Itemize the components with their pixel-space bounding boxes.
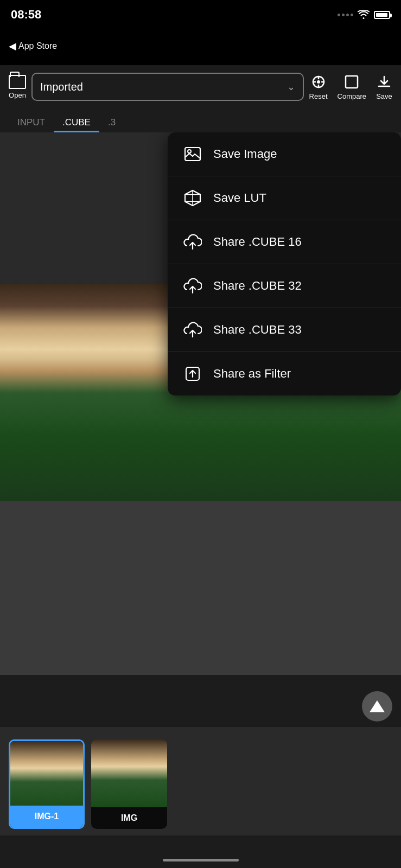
thumbnail-img1-preview [10, 741, 83, 809]
share-cube-33-label: Share .CUBE 33 [213, 323, 302, 337]
save-lut-item[interactable]: Save LUT [168, 176, 401, 220]
thumbnail-img2-preview [91, 739, 167, 807]
share-cube-32-item[interactable]: Share .CUBE 32 [168, 264, 401, 308]
share-filter-label: Share as Filter [213, 367, 291, 381]
cloud-upload-32-icon [183, 276, 202, 296]
back-label: App Store [18, 41, 57, 51]
compare-button[interactable]: Compare [338, 74, 366, 100]
status-time: 08:58 [11, 8, 41, 22]
top-nav: ◀ App Store [0, 27, 401, 65]
signal-icon [338, 14, 353, 16]
folder-icon [9, 75, 26, 89]
status-icons [338, 10, 390, 19]
svg-point-4 [188, 150, 191, 153]
fab-icon [370, 700, 385, 712]
share-filter-icon [183, 364, 202, 384]
open-label: Open [9, 91, 26, 99]
reset-icon [310, 74, 327, 90]
status-bar: 08:58 [0, 0, 401, 27]
thumbnail-img2[interactable]: IMG [91, 739, 167, 829]
cloud-upload-33-icon [183, 320, 202, 340]
thumbnail-img2-label: IMG [91, 807, 167, 829]
reset-button[interactable]: Reset [309, 74, 328, 100]
tab-cube[interactable]: .CUBE [54, 113, 99, 132]
imported-dropdown[interactable]: Imported ⌄ [31, 73, 304, 101]
share-cube-32-label: Share .CUBE 32 [213, 279, 302, 293]
toolbar-actions: Reset Compare Save [309, 74, 392, 100]
share-cube-16-item[interactable]: Share .CUBE 16 [168, 220, 401, 264]
main-content: Save Image Save LUT Share .CUBE 16 [0, 132, 401, 501]
save-icon [376, 74, 392, 90]
battery-icon [374, 11, 390, 19]
chevron-down-icon: ⌄ [287, 81, 295, 93]
thumbnail-img1-label: IMG-1 [10, 806, 83, 827]
image-icon [183, 144, 202, 164]
tab-three[interactable]: .3 [99, 113, 124, 132]
svg-point-1 [317, 80, 320, 84]
save-label: Save [376, 92, 392, 100]
thumbnail-img1[interactable]: IMG-1 [9, 739, 85, 829]
dropdown-menu: Save Image Save LUT Share .CUBE 16 [168, 132, 401, 395]
back-button[interactable]: ◀ App Store [9, 40, 57, 52]
tab-input[interactable]: INPUT [9, 113, 54, 132]
open-button[interactable]: Open [9, 75, 26, 99]
home-indicator [163, 859, 239, 861]
save-button[interactable]: Save [376, 74, 392, 100]
wifi-icon [358, 10, 370, 19]
imported-label: Imported [40, 81, 83, 93]
reset-label: Reset [309, 92, 328, 100]
share-cube-33-item[interactable]: Share .CUBE 33 [168, 308, 401, 352]
compare-label: Compare [338, 92, 366, 100]
svg-rect-2 [346, 76, 358, 88]
compare-icon [343, 74, 360, 90]
toolbar: Open Imported ⌄ Reset [0, 65, 401, 108]
tabs-row: INPUT .CUBE .3 [0, 108, 401, 132]
cube-icon [183, 188, 202, 208]
bottom-thumbnails: IMG-1 IMG [0, 727, 401, 835]
save-image-label: Save Image [213, 147, 277, 161]
fab-button[interactable] [362, 691, 392, 722]
share-cube-16-label: Share .CUBE 16 [213, 235, 302, 249]
save-image-item[interactable]: Save Image [168, 132, 401, 176]
share-filter-item[interactable]: Share as Filter [168, 352, 401, 395]
cloud-upload-16-icon [183, 232, 202, 252]
save-lut-label: Save LUT [213, 191, 266, 205]
dark-area [0, 501, 401, 675]
svg-rect-3 [185, 148, 200, 161]
